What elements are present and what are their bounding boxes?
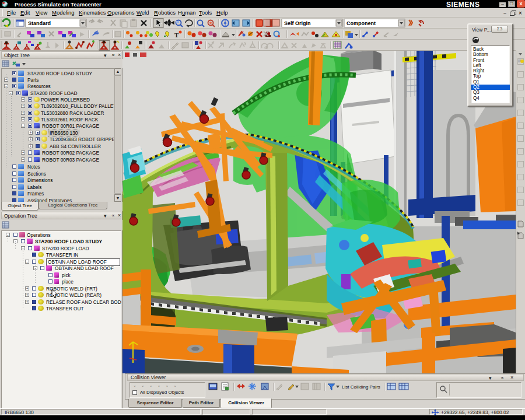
svg-text:Self Origin: Self Origin [284,20,311,26]
svg-text:Standard: Standard [28,20,51,26]
svg-text:List Colliding Pairs: List Colliding Pairs [342,384,380,390]
svg-text:Component: Component [346,20,376,26]
svg-text:T: T [174,32,179,38]
